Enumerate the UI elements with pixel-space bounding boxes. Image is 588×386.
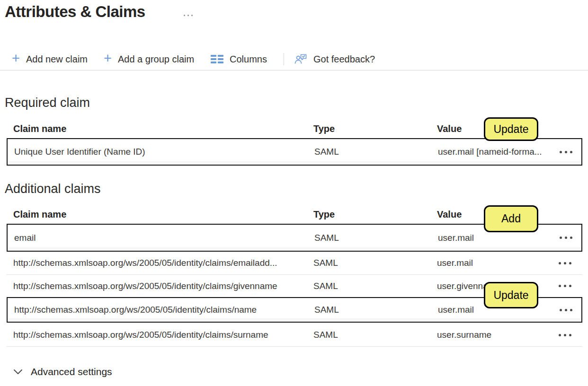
columns-button[interactable]: Columns bbox=[211, 50, 267, 68]
annotation-update-name-claim: Update bbox=[484, 282, 538, 308]
toolbar-divider bbox=[284, 53, 284, 65]
table-row[interactable]: Unique User Identifier (Name ID) SAML us… bbox=[8, 139, 581, 165]
annotation-update-required-claim: Update bbox=[484, 117, 538, 141]
required-claim-heading: Required claim bbox=[5, 96, 90, 110]
claim-type-cell: SAML bbox=[314, 147, 438, 157]
advanced-settings-expander[interactable]: Advanced settings bbox=[13, 366, 112, 377]
page-title: Attributes & Claims bbox=[5, 3, 145, 21]
row-menu-icon[interactable] bbox=[558, 283, 582, 289]
claim-name-cell: http://schemas.xmlsoap.org/ws/2005/05/id… bbox=[7, 281, 313, 291]
table-row[interactable]: http://schemas.xmlsoap.org/ws/2005/05/id… bbox=[7, 252, 582, 275]
got-feedback-button[interactable]: Got feedback? bbox=[294, 50, 375, 68]
annotation-add-email-claim: Add bbox=[484, 205, 538, 232]
row-menu-icon[interactable] bbox=[559, 149, 581, 155]
claim-name-cell: http://schemas.xmlsoap.org/ws/2005/05/id… bbox=[8, 305, 314, 315]
add-group-claim-label: Add a group claim bbox=[118, 54, 194, 65]
row-menu-icon[interactable] bbox=[558, 260, 582, 266]
advanced-settings-label: Advanced settings bbox=[31, 366, 112, 377]
additional-claims-heading: Additional claims bbox=[5, 182, 101, 196]
claim-value-cell: user.mail bbox=[437, 258, 558, 268]
claim-value-cell: user.mail bbox=[438, 233, 559, 243]
column-header-type: Type bbox=[313, 123, 437, 134]
plus-icon: + bbox=[104, 52, 112, 65]
chevron-down-icon bbox=[13, 369, 23, 375]
claim-type-cell: SAML bbox=[314, 305, 438, 315]
column-header-type: Type bbox=[313, 209, 437, 220]
row-menu-icon[interactable] bbox=[558, 332, 582, 338]
add-new-claim-label: Add new claim bbox=[26, 54, 88, 65]
claim-type-cell: SAML bbox=[313, 281, 437, 291]
claim-name-cell: Unique User Identifier (Name ID) bbox=[8, 147, 314, 157]
column-header-claim-name: Claim name bbox=[7, 209, 313, 220]
column-header-claim-name: Claim name bbox=[7, 123, 313, 134]
columns-icon bbox=[211, 55, 223, 63]
more-options-icon[interactable] bbox=[184, 15, 193, 16]
claim-value-cell: user.mail [nameid-forma... bbox=[438, 147, 559, 157]
claim-value-cell: user.surname bbox=[437, 330, 558, 340]
command-bar: + Add new claim + Add a group claim Colu… bbox=[0, 50, 588, 68]
claim-type-cell: SAML bbox=[313, 330, 437, 340]
claim-name-cell: http://schemas.xmlsoap.org/ws/2005/05/id… bbox=[7, 258, 313, 268]
row-menu-icon[interactable] bbox=[559, 307, 581, 313]
add-new-claim-button[interactable]: + Add new claim bbox=[12, 50, 88, 68]
add-group-claim-button[interactable]: + Add a group claim bbox=[104, 50, 194, 68]
row-menu-icon[interactable] bbox=[559, 235, 581, 241]
attributes-claims-page: Attributes & Claims + Add new claim + Ad… bbox=[0, 0, 588, 386]
table-row[interactable]: http://schemas.xmlsoap.org/ws/2005/05/id… bbox=[7, 324, 582, 347]
claim-name-cell: http://schemas.xmlsoap.org/ws/2005/05/id… bbox=[7, 330, 313, 340]
claim-type-cell: SAML bbox=[314, 233, 438, 243]
required-claim-row-highlight: Unique User Identifier (Name ID) SAML us… bbox=[7, 138, 582, 166]
got-feedback-label: Got feedback? bbox=[313, 54, 375, 65]
toolbar-rule bbox=[0, 70, 588, 70]
columns-label: Columns bbox=[230, 54, 267, 65]
claim-name-cell: email bbox=[8, 233, 314, 243]
feedback-icon bbox=[294, 53, 307, 66]
plus-icon: + bbox=[12, 52, 20, 65]
claim-type-cell: SAML bbox=[313, 258, 437, 268]
